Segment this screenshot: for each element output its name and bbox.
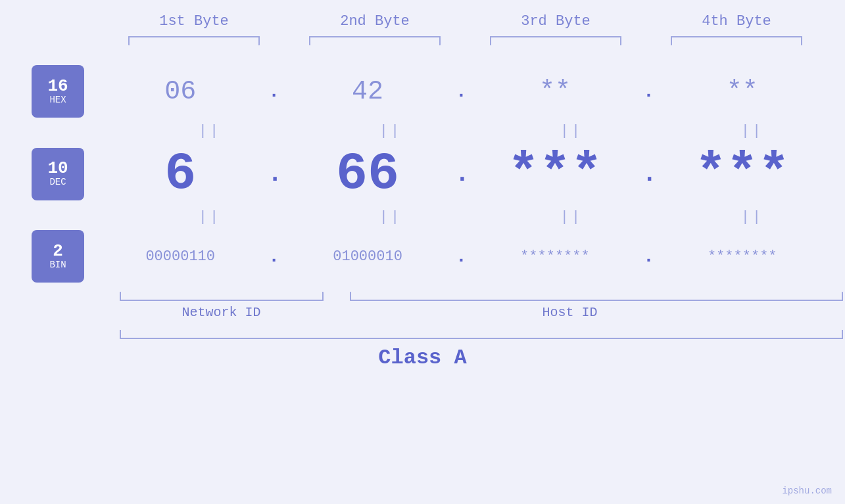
hex-dot1: . [268,81,281,102]
hex-byte4: ** [677,77,808,106]
bottom-bracket-network [120,292,324,301]
hex-byte1: 06 [114,77,246,106]
dec-dot1: . [268,160,281,188]
dec-row: 10 DEC 6 . 66 . *** . *** [0,144,845,204]
bin-dot1: . [268,246,281,267]
hex-dot3: . [642,81,655,102]
separator-row-1: || || || || [120,118,843,144]
hex-badge: 16 HEX [32,65,84,118]
bin-byte4: ******** [677,248,808,265]
bin-dot2: . [454,246,468,267]
bin-badge-number: 2 [53,242,63,260]
hex-row: 16 HEX 06 . 42 . ** . ** [0,65,845,118]
bin-byte2: 01000010 [302,248,433,265]
host-id-label: Host ID [324,305,817,320]
hex-bytes: 06 . 42 . ** . ** [104,77,845,106]
bin-row: 2 BIN 00000110 . 01000010 . ******** . *… [0,230,845,283]
dec-dot3: . [642,160,655,188]
bracket-gap [324,292,350,301]
bin-dot3: . [642,246,655,267]
dec-byte1: 6 [114,144,246,204]
long-bracket [120,330,843,339]
bottom-bracket-host [350,292,843,301]
dec-byte2: 66 [302,144,433,204]
dec-byte4: *** [677,144,808,204]
sep2-bar4: || [687,209,818,225]
hex-badge-label: HEX [49,95,66,106]
byte-headers: 1st Byte 2nd Byte 3rd Byte 4th Byte [104,13,827,30]
long-bracket-row [120,330,843,339]
bottom-brackets-split: Network ID Host ID [3,292,843,330]
bin-badge-label: BIN [49,260,66,271]
bin-byte1: 00000110 [114,248,246,265]
sep1-bar1: || [144,123,276,139]
sep1-bar2: || [325,123,456,139]
sep1-bar3: || [506,123,637,139]
byte1-header: 1st Byte [128,13,260,30]
network-host-labels: Network ID Host ID [120,305,843,320]
dec-bytes: 6 . 66 . *** . *** [104,144,845,204]
sep2-bar3: || [506,209,637,225]
bin-byte3: ******** [489,248,621,265]
watermark: ipshu.com [782,486,832,496]
class-label: Class A [378,346,466,370]
dec-dot2: . [454,160,468,188]
dec-byte3: *** [489,144,621,204]
dec-badge-label: DEC [49,177,66,188]
hex-byte2: 42 [302,77,433,106]
byte4-header: 4th Byte [671,13,802,30]
hex-dot2: . [454,81,468,102]
top-brackets [104,36,827,45]
bin-badge: 2 BIN [32,230,84,283]
separator-row-2: || || || || [120,204,843,230]
bin-bytes: 00000110 . 01000010 . ******** . *******… [104,246,845,267]
dec-badge-number: 10 [47,160,68,177]
hex-byte3: ** [489,77,621,106]
byte3-header: 3rd Byte [490,13,621,30]
network-id-label: Network ID [120,305,324,320]
sep2-bar1: || [144,209,276,225]
sep2-bar2: || [325,209,456,225]
hex-badge-number: 16 [47,78,68,95]
byte2-header: 2nd Byte [309,13,441,30]
bracket-2 [309,36,441,45]
sep1-bar4: || [687,123,818,139]
bracket-3 [490,36,621,45]
class-label-row: Class A [0,346,845,370]
dec-badge: 10 DEC [32,148,84,200]
bracket-4 [671,36,802,45]
bottom-bracket-row [120,292,843,301]
main-container: 1st Byte 2nd Byte 3rd Byte 4th Byte 16 H… [0,0,845,504]
bracket-1 [128,36,260,45]
